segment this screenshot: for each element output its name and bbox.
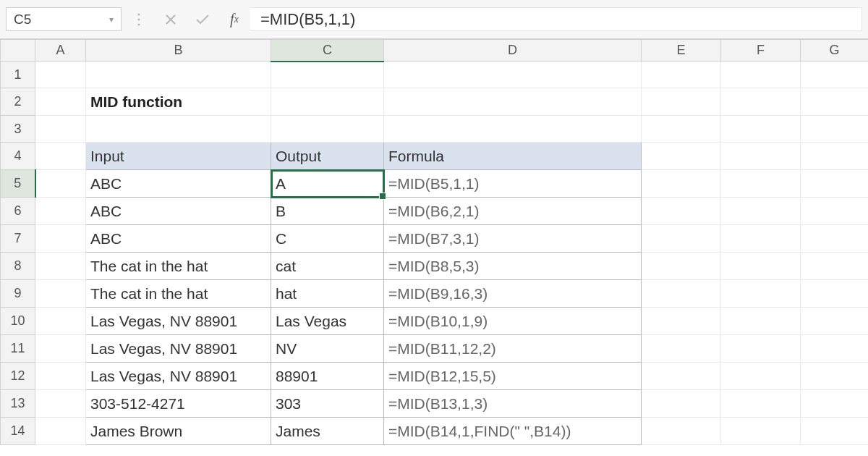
cell[interactable] (642, 363, 721, 390)
cell[interactable] (801, 143, 869, 170)
cell[interactable] (642, 198, 721, 225)
row-header-5[interactable]: 5 (1, 170, 35, 198)
cell[interactable] (801, 390, 869, 418)
cell[interactable] (721, 335, 801, 363)
table-row[interactable]: 88901 (271, 363, 384, 390)
cell[interactable] (35, 363, 86, 390)
table-row[interactable]: James (271, 418, 384, 445)
table-row[interactable]: ABC (86, 170, 271, 198)
col-header-D[interactable]: D (384, 40, 642, 62)
worksheet-grid[interactable]: A B C D E F G 1 2 MID function 3 4 Input (0, 39, 868, 456)
cell[interactable] (801, 116, 869, 143)
cell[interactable] (271, 88, 384, 116)
cell[interactable] (801, 308, 869, 335)
row-header-4[interactable]: 4 (1, 143, 35, 170)
table-row[interactable]: =MID(B6,2,1) (384, 198, 642, 225)
cell[interactable] (642, 390, 721, 418)
cell[interactable] (642, 335, 721, 363)
cell[interactable] (642, 280, 721, 308)
table-row[interactable]: 303-512-4271 (86, 390, 271, 418)
title-cell[interactable]: MID function (86, 88, 271, 116)
table-row[interactable]: B (271, 198, 384, 225)
row-header-14[interactable]: 14 (1, 418, 35, 445)
cell[interactable] (384, 88, 642, 116)
table-row[interactable]: ABC (86, 198, 271, 225)
cell[interactable] (35, 390, 86, 418)
cell[interactable] (642, 116, 721, 143)
cell[interactable] (35, 253, 86, 280)
cell[interactable] (271, 62, 384, 88)
cell[interactable] (642, 253, 721, 280)
table-row[interactable]: Las Vegas (271, 308, 384, 335)
col-header-C[interactable]: C (271, 40, 384, 62)
cell[interactable] (721, 390, 801, 418)
cell[interactable] (86, 116, 271, 143)
table-row[interactable]: Las Vegas, NV 88901 (86, 363, 271, 390)
cell[interactable] (721, 116, 801, 143)
cell[interactable] (721, 62, 801, 88)
cell[interactable] (721, 308, 801, 335)
cell[interactable] (642, 170, 721, 198)
table-row[interactable]: The cat in the hat (86, 253, 271, 280)
cell[interactable] (35, 335, 86, 363)
table-row[interactable]: hat (271, 280, 384, 308)
cell[interactable] (801, 363, 869, 390)
col-header-B[interactable]: B (86, 40, 271, 62)
table-row[interactable]: Las Vegas, NV 88901 (86, 308, 271, 335)
table-row[interactable]: =MID(B9,16,3) (384, 280, 642, 308)
select-all-corner[interactable] (1, 40, 35, 62)
table-row[interactable]: C (271, 225, 384, 253)
table-header-formula[interactable]: Formula (384, 143, 642, 170)
col-header-A[interactable]: A (35, 40, 86, 62)
cell[interactable] (801, 88, 869, 116)
col-header-F[interactable]: F (721, 40, 801, 62)
table-row[interactable]: =MID(B14,1,FIND(" ",B14)) (384, 418, 642, 445)
cancel-icon[interactable] (155, 14, 187, 25)
table-header-input[interactable]: Input (86, 143, 271, 170)
cell[interactable] (801, 170, 869, 198)
cell[interactable] (35, 198, 86, 225)
row-header-3[interactable]: 3 (1, 116, 35, 143)
row-header-2[interactable]: 2 (1, 88, 35, 116)
formula-input[interactable]: =MID(B5,1,1) (250, 7, 862, 31)
cell[interactable] (721, 280, 801, 308)
cell[interactable] (35, 62, 86, 88)
cell[interactable] (642, 143, 721, 170)
table-row[interactable]: cat (271, 253, 384, 280)
cell[interactable] (642, 225, 721, 253)
vertical-dots-icon[interactable] (123, 12, 155, 27)
cell[interactable] (35, 308, 86, 335)
table-row[interactable]: =MID(B12,15,5) (384, 363, 642, 390)
table-row[interactable]: =MID(B5,1,1) (384, 170, 642, 198)
table-row[interactable]: =MID(B7,3,1) (384, 225, 642, 253)
cell[interactable] (86, 62, 271, 88)
table-row[interactable]: NV (271, 335, 384, 363)
cell[interactable] (801, 418, 869, 445)
cell[interactable] (35, 143, 86, 170)
cell[interactable] (721, 253, 801, 280)
selected-cell[interactable]: A (271, 170, 384, 198)
row-header-9[interactable]: 9 (1, 280, 35, 308)
cell[interactable] (271, 116, 384, 143)
cell[interactable] (801, 225, 869, 253)
row-header-6[interactable]: 6 (1, 198, 35, 225)
col-header-E[interactable]: E (642, 40, 721, 62)
col-header-G[interactable]: G (801, 40, 869, 62)
row-header-1[interactable]: 1 (1, 62, 35, 88)
cell[interactable] (384, 62, 642, 88)
cell[interactable] (642, 308, 721, 335)
cell[interactable] (721, 363, 801, 390)
cell[interactable] (721, 88, 801, 116)
cell[interactable] (801, 253, 869, 280)
cell[interactable] (35, 418, 86, 445)
cell[interactable] (384, 116, 642, 143)
table-row[interactable]: Las Vegas, NV 88901 (86, 335, 271, 363)
row-header-7[interactable]: 7 (1, 225, 35, 253)
cell[interactable] (801, 335, 869, 363)
cell[interactable] (35, 225, 86, 253)
cell[interactable] (721, 170, 801, 198)
cell[interactable] (642, 418, 721, 445)
table-row[interactable]: ABC (86, 225, 271, 253)
table-row[interactable]: =MID(B13,1,3) (384, 390, 642, 418)
row-header-10[interactable]: 10 (1, 308, 35, 335)
